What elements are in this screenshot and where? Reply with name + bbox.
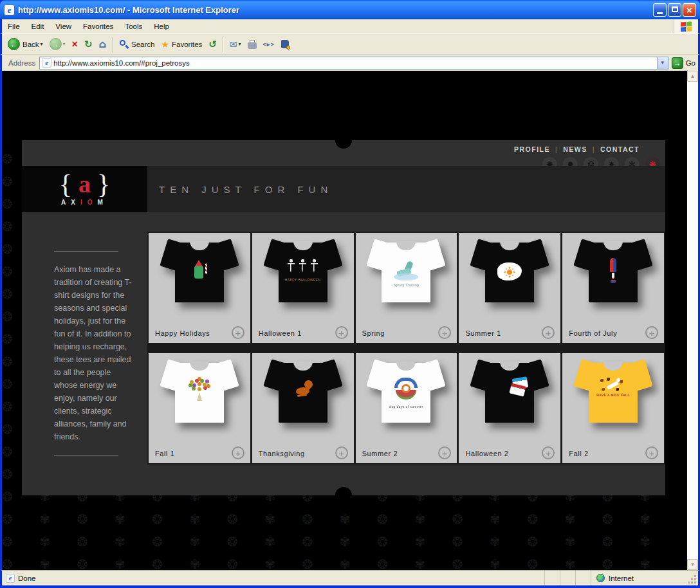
tshirt-tile[interactable]: Thanksgiving+: [252, 353, 354, 463]
tile-label: Happy Holidays: [155, 329, 210, 337]
design-shape: [610, 258, 616, 272]
tshirt-tile[interactable]: HAPPY HALLOWEENHalloween 1+: [252, 233, 354, 343]
edit-icon: <▸>: [263, 39, 275, 50]
status-bar: e Done Internet: [0, 570, 700, 585]
nav-separator: |: [551, 145, 562, 153]
maximize-button[interactable]: [668, 3, 681, 17]
history-button[interactable]: ↺: [205, 37, 220, 51]
tshirt-tile[interactable]: Happy Holidays+: [149, 233, 250, 343]
tshirt-tile[interactable]: Spring TrainingSpring+: [356, 233, 457, 343]
go-arrow-icon: →: [672, 57, 683, 69]
ie-page-icon: e: [6, 574, 15, 583]
menu-view[interactable]: View: [50, 21, 77, 32]
menu-file[interactable]: File: [2, 21, 26, 32]
search-button[interactable]: Search: [116, 37, 158, 51]
nav-link-contact[interactable]: CONTACT: [599, 145, 641, 153]
go-button[interactable]: → Go: [672, 57, 695, 69]
mail-dropdown-icon[interactable]: ▾: [239, 41, 241, 47]
divider: [54, 455, 118, 455]
print-button[interactable]: [244, 38, 260, 51]
status-pane: [576, 571, 591, 585]
tile-label: Spring: [362, 329, 385, 337]
tshirt-tile[interactable]: Halloween 2+: [459, 353, 560, 463]
browser-window: e http://www.axiomis10.com/ - Microsoft …: [0, 0, 700, 588]
logo-letter-a: a: [72, 172, 97, 196]
forward-icon: →: [50, 38, 62, 50]
nav-link-news[interactable]: NEWS: [562, 145, 589, 153]
tshirt-graphic: [470, 361, 549, 430]
security-zone: Internet: [591, 571, 688, 585]
back-dropdown-icon[interactable]: ▾: [41, 41, 43, 47]
address-input[interactable]: [53, 59, 656, 67]
tshirt-graphic: HAVE A NICE FALL: [574, 361, 652, 430]
page-viewport: ❂ ✾ ❂ ✾ ❂ ✾ ❂ ✾ ❂ ✾ ❂ ✾ ❂ ✾ ❂ ✾ ❂ ✾ ❂ ✾ …: [0, 71, 700, 570]
design-gnome: [179, 256, 220, 295]
design-shape: [299, 259, 306, 273]
zoom-plus-icon[interactable]: +: [232, 326, 244, 339]
tshirt-graphic: [160, 241, 239, 310]
zoom-plus-icon[interactable]: +: [335, 326, 348, 339]
tile-label: Fall 2: [569, 450, 589, 457]
page-title: TEN JUST FOR FUN: [147, 166, 665, 212]
menu-help[interactable]: Help: [148, 21, 175, 32]
home-button[interactable]: ⌂: [96, 37, 109, 51]
zoom-plus-icon[interactable]: +: [645, 446, 658, 459]
back-button[interactable]: ← Back ▾: [5, 36, 46, 52]
logo-brace-right: }: [97, 171, 110, 197]
scroll-up-icon[interactable]: ▲: [687, 71, 698, 82]
zoom-plus-icon[interactable]: +: [645, 326, 658, 339]
design-text: HAVE A NICE FALL: [586, 393, 640, 397]
tshirt-graphic: [160, 361, 239, 430]
zoom-plus-icon[interactable]: +: [542, 446, 555, 459]
print-icon: [248, 42, 257, 49]
research-button[interactable]: [278, 38, 292, 50]
zoom-plus-icon[interactable]: +: [232, 446, 244, 459]
design-shape: [205, 263, 208, 274]
tshirt-tile[interactable]: dog days of summerSummer 2+: [356, 353, 457, 463]
tshirt-tile[interactable]: Fall 1+: [149, 353, 250, 463]
resize-grip[interactable]: [688, 571, 698, 585]
tshirt-tile[interactable]: Summer 1+: [459, 233, 560, 343]
forward-button[interactable]: → ▾: [46, 36, 69, 52]
scroll-down-icon[interactable]: ▼: [687, 559, 698, 570]
refresh-button[interactable]: ↻: [81, 37, 96, 51]
address-input-box[interactable]: e ▼: [39, 57, 668, 69]
close-button[interactable]: ×: [683, 3, 696, 17]
address-dropdown-icon[interactable]: ▼: [657, 57, 668, 69]
design-text: Spring Training: [379, 283, 433, 287]
tshirt-graphic: Spring Training: [367, 241, 445, 310]
mail-button[interactable]: ✉ ▾: [226, 37, 244, 51]
nav-separator: |: [589, 145, 599, 153]
minimize-button[interactable]: [653, 3, 667, 17]
address-bar: Address e ▼ → Go: [0, 54, 700, 71]
tile-label: Summer 2: [362, 450, 398, 457]
zoom-plus-icon[interactable]: +: [438, 326, 451, 339]
home-icon: ⌂: [99, 39, 106, 50]
title-bar[interactable]: e http://www.axiomis10.com/ - Microsoft …: [0, 0, 700, 19]
design-shape: [197, 392, 202, 401]
address-label: Address: [5, 59, 39, 67]
notch-dot-bottom: [335, 487, 352, 504]
design-shape: [401, 384, 410, 393]
favorites-button[interactable]: ★ Favorites: [158, 37, 205, 51]
zoom-plus-icon[interactable]: +: [335, 446, 348, 459]
toolbar: ← Back ▾ → ▾ × ↻ ⌂ Search ★ Favorites ↺ …: [0, 33, 700, 54]
vertical-scrollbar[interactable]: ▲ ▼: [687, 71, 698, 570]
design-shape: [612, 273, 614, 279]
menu-favorites[interactable]: Favorites: [77, 21, 119, 32]
design-shape: [198, 382, 201, 386]
zoom-plus-icon[interactable]: +: [438, 446, 451, 459]
edit-button[interactable]: <▸>: [260, 37, 278, 51]
window-border: [0, 585, 700, 588]
tshirt-tile[interactable]: HAVE A NICE FALLFall 2+: [562, 353, 664, 463]
zoom-plus-icon[interactable]: +: [542, 326, 555, 339]
axiom-logo[interactable]: { a } AXIOM: [22, 166, 147, 212]
stop-button[interactable]: ×: [69, 37, 81, 51]
design-shape: [600, 379, 603, 382]
nav-link-profile[interactable]: PROFILE: [513, 145, 551, 153]
design-shape: [194, 266, 203, 279]
ie-page-icon: e: [42, 58, 51, 68]
tshirt-tile[interactable]: Fourth of July+: [562, 233, 664, 343]
menu-edit[interactable]: Edit: [26, 21, 50, 32]
menu-tools[interactable]: Tools: [119, 21, 148, 32]
